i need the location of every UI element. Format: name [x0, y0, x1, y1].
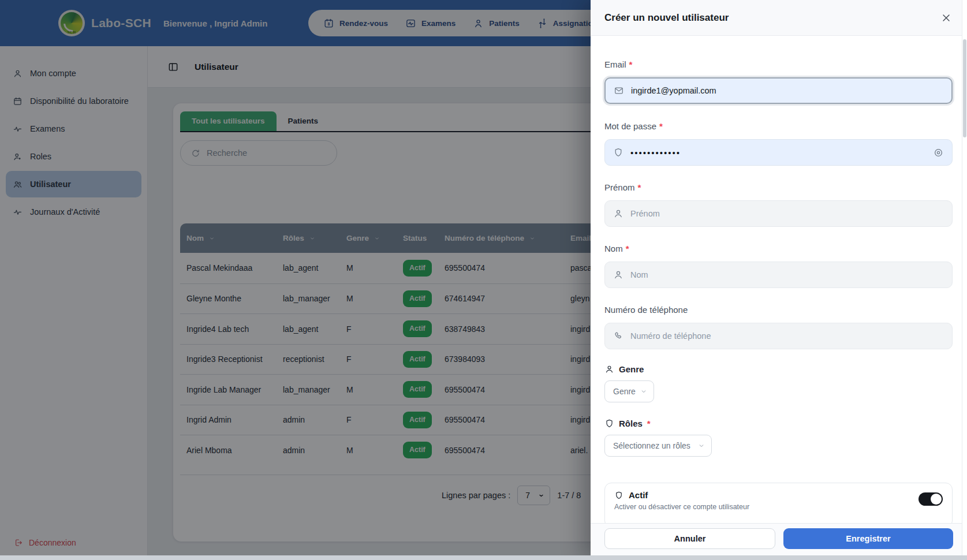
roles-label: Rôles * — [604, 417, 651, 429]
firstname-placeholder: Prénom — [630, 209, 660, 218]
eye-icon[interactable] — [933, 147, 944, 158]
user-icon — [613, 270, 623, 280]
drawer-scrollbar[interactable] — [962, 0, 967, 560]
roles-select[interactable]: Sélectionnez un rôles — [604, 435, 712, 457]
shield-icon — [614, 491, 623, 500]
firstname-label: Prénom* — [604, 181, 953, 193]
active-title-row: Actif — [614, 490, 943, 500]
password-input[interactable]: •••••••••••• — [604, 139, 953, 166]
close-icon[interactable] — [940, 12, 952, 24]
drawer-header: Créer un nouvel utilisateur — [591, 0, 967, 36]
phone-input[interactable]: Numéro de téléphone — [604, 323, 953, 349]
drawer-scrollbar-thumb[interactable] — [963, 39, 966, 137]
modal-backdrop[interactable] — [0, 0, 591, 560]
app-root: SCH Labo-SCH Bienvenue , Ingrid Admin 8 … — [0, 0, 967, 560]
lastname-input[interactable]: Nom — [604, 262, 953, 288]
gender-select[interactable]: Genre — [604, 380, 654, 402]
roles-value: Sélectionnez un rôles — [613, 441, 690, 450]
lastname-placeholder: Nom — [630, 270, 648, 279]
gender-value: Genre — [613, 387, 636, 396]
active-toggle[interactable] — [919, 492, 943, 506]
drawer-title: Créer un nouvel utilisateur — [604, 0, 729, 36]
phone-icon — [613, 331, 623, 341]
firstname-input[interactable]: Prénom — [604, 200, 953, 227]
user-icon — [613, 208, 623, 219]
cancel-button[interactable]: Annuler — [604, 528, 775, 549]
email-label: Email* — [604, 58, 953, 70]
create-user-drawer: Créer un nouvel utilisateur Email* ingir… — [591, 0, 967, 560]
active-subtitle: Activer ou désactiver ce compte utilisat… — [614, 503, 943, 511]
email-input[interactable]: ingirde1@yopmail.com — [604, 77, 953, 104]
phone-label: Numéro de téléphone — [604, 304, 953, 315]
mail-icon — [614, 85, 624, 96]
phone-placeholder: Numéro de téléphone — [630, 331, 711, 341]
toggle-knob — [931, 494, 942, 505]
user-icon — [604, 364, 614, 374]
shield-icon — [604, 419, 614, 428]
password-value: •••••••••••• — [630, 148, 681, 158]
chevron-down-icon — [640, 387, 648, 395]
chevron-down-icon — [697, 442, 705, 450]
save-button[interactable]: Enregistrer — [783, 528, 953, 549]
drawer-footer: Annuler Enregistrer — [591, 523, 967, 560]
password-label: Mot de passe* — [604, 120, 953, 132]
email-value: ingirde1@yopmail.com — [631, 86, 716, 95]
lastname-label: Nom* — [604, 242, 953, 254]
active-title: Actif — [629, 490, 648, 500]
horizontal-scrollbar[interactable] — [0, 555, 967, 560]
shield-icon — [613, 147, 623, 158]
active-status-card: Actif Activer ou désactiver ce compte ut… — [604, 483, 953, 528]
gender-label: Genre — [604, 363, 644, 375]
